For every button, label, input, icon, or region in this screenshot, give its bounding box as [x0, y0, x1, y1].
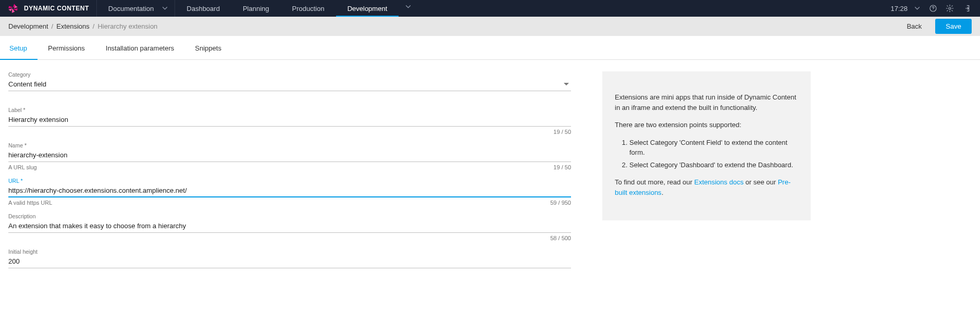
brand-text: DYNAMIC CONTENT [24, 5, 89, 12]
nav-primary: Documentation Dashboard Planning Product… [97, 0, 418, 17]
url-input[interactable] [8, 185, 571, 197]
nav-label: Documentation [108, 5, 154, 13]
info-paragraph: There are two extension points supported… [615, 120, 798, 130]
field-name: Name * A URL slug 19 / 50 [8, 142, 571, 171]
nav-planning[interactable]: Planning [231, 0, 281, 17]
tab-installation-parameters[interactable]: Installation parameters [105, 36, 176, 59]
logout-icon[interactable] [958, 0, 975, 17]
url-counter: 59 / 950 [550, 200, 571, 207]
name-label: Name * [8, 142, 571, 148]
field-url: URL * A valid https URL 59 / 950 [8, 178, 571, 207]
info-text: . [662, 189, 664, 196]
logo-icon [7, 3, 19, 14]
save-button[interactable]: Save [935, 19, 972, 34]
label-label: Label * [8, 107, 571, 113]
nav-documentation[interactable]: Documentation [97, 0, 175, 17]
nav-label: Dashboard [187, 5, 220, 13]
nav-label: Development [348, 5, 388, 13]
setup-form: Category Label * 19 / 50 Name * A URL [8, 71, 571, 284]
crumb-development[interactable]: Development [8, 22, 48, 30]
initial-height-label: Initial height [8, 249, 571, 255]
back-button[interactable]: Back [899, 19, 929, 33]
info-text: or see our [743, 178, 778, 186]
description-label: Description [8, 213, 571, 219]
time-text: 17:28 [890, 5, 908, 13]
tab-snippets[interactable]: Snippets [194, 36, 222, 59]
nav-label: Production [292, 5, 325, 13]
tab-setup[interactable]: Setup [8, 36, 28, 59]
tab-permissions[interactable]: Permissions [47, 36, 86, 59]
info-paragraph: To find out more, read our Extensions do… [615, 177, 798, 197]
crumb-current: Hierarchy extension [97, 22, 157, 30]
description-counter: 58 / 500 [550, 235, 571, 242]
url-hint: A valid https URL [8, 200, 52, 207]
category-select[interactable] [8, 79, 571, 91]
name-counter: 19 / 50 [553, 164, 571, 171]
name-input[interactable] [8, 150, 571, 162]
svg-point-2 [949, 7, 951, 9]
breadcrumb: Development / Extensions / Hierarchy ext… [8, 22, 157, 30]
info-paragraph: Extensions are mini apps that run inside… [615, 92, 798, 113]
nav-development-caret[interactable] [399, 0, 418, 17]
category-label: Category [8, 71, 571, 78]
crumb-sep: / [90, 22, 98, 30]
page-actions: Back Save [899, 19, 972, 34]
gear-icon[interactable] [941, 0, 958, 17]
nav-development[interactable]: Development [336, 0, 399, 17]
breadcrumb-bar: Development / Extensions / Hierarchy ext… [0, 17, 980, 36]
info-panel: Extensions are mini apps that run inside… [602, 71, 811, 220]
info-list-item: Select Category 'Dashboard' to extend th… [629, 160, 798, 170]
field-initial-height: Initial height [8, 249, 571, 278]
tab-bar: Setup Permissions Installation parameter… [0, 36, 980, 60]
label-counter: 19 / 50 [553, 129, 571, 136]
info-list: Select Category 'Content Field' to exten… [615, 138, 798, 170]
crumb-sep: / [48, 22, 57, 30]
description-input[interactable] [8, 220, 571, 233]
field-category: Category [8, 71, 571, 101]
info-text: To find out more, read our [615, 178, 694, 186]
content-area: Category Label * 19 / 50 Name * A URL [0, 60, 980, 305]
chevron-down-icon [163, 7, 167, 10]
help-icon[interactable] [925, 0, 941, 17]
label-input[interactable] [8, 114, 571, 127]
brand-block: DYNAMIC CONTENT [0, 0, 97, 17]
extensions-docs-link[interactable]: Extensions docs [694, 178, 743, 186]
info-list-item: Select Category 'Content Field' to exten… [629, 138, 798, 158]
initial-height-input[interactable] [8, 256, 571, 268]
url-label: URL * [8, 178, 571, 184]
topnav-right: 17:28 [885, 0, 980, 17]
name-hint: A URL slug [8, 164, 37, 171]
nav-production[interactable]: Production [281, 0, 336, 17]
time-selector[interactable]: 17:28 [885, 5, 925, 13]
crumb-extensions[interactable]: Extensions [56, 22, 90, 30]
chevron-down-icon [915, 7, 920, 10]
nav-label: Planning [243, 5, 269, 13]
field-description: Description 58 / 500 [8, 213, 571, 242]
top-nav: DYNAMIC CONTENT Documentation Dashboard … [0, 0, 980, 17]
svg-point-1 [933, 10, 934, 10]
chevron-down-icon [406, 5, 411, 8]
nav-dashboard[interactable]: Dashboard [175, 0, 231, 17]
field-label: Label * 19 / 50 [8, 107, 571, 136]
